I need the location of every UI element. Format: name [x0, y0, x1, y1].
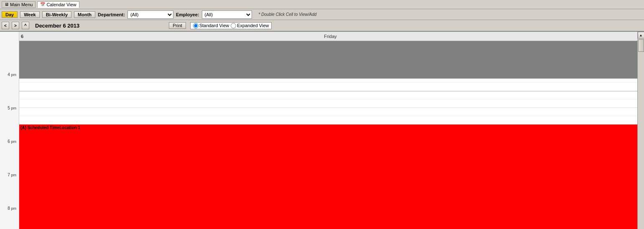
calendar-icon: 📅	[40, 2, 45, 7]
main-grid: 6 Friday	[19, 32, 637, 229]
time-label-5pm: 5 pm	[8, 106, 16, 110]
event-block-gray[interactable]	[19, 41, 637, 79]
biweekly-button[interactable]: Bi-Weekly	[42, 11, 71, 18]
slot-530pm-b[interactable]	[19, 116, 637, 125]
slot-5pm-a[interactable]	[19, 91, 637, 99]
calendar-view-label: Calendar View	[46, 2, 76, 7]
day-header: 6 Friday	[19, 32, 637, 41]
up-button[interactable]: ^	[22, 22, 29, 29]
scroll-up-button[interactable]: ▲	[638, 32, 644, 38]
employee-select[interactable]: (All)	[202, 10, 252, 19]
time-label-8pm: 8 pm	[8, 206, 16, 211]
main-menu-label: Main Menu	[10, 2, 33, 7]
title-bar: 🖥 Main Menu 📅 Calendar View	[0, 0, 644, 9]
department-dropdown-wrap: (All)	[127, 10, 173, 19]
expanded-view-label[interactable]: Expanded View	[231, 23, 269, 28]
department-select[interactable]: (All)	[127, 10, 173, 19]
scroll-thumb[interactable]	[638, 39, 644, 52]
time-slots-container[interactable]: (A) Scheduled TimeLocation 1	[19, 41, 637, 229]
event-block-red[interactable]: (A) Scheduled TimeLocation 1	[19, 125, 637, 229]
day-button[interactable]: Day	[2, 11, 18, 18]
event-red-text: (A) Scheduled TimeLocation 1	[19, 125, 81, 130]
slot-5pm-b[interactable]	[19, 99, 637, 108]
time-gutter: 4 pm 5 pm 6 pm 7 pm 8 pm	[0, 32, 19, 229]
main-menu-tab[interactable]: 🖥 Main Menu	[2, 1, 36, 8]
slot-530pm-a[interactable]	[19, 108, 637, 116]
week-button[interactable]: Week	[20, 11, 40, 18]
department-label: Department:	[98, 12, 125, 17]
time-label-6pm: 6 pm	[8, 139, 16, 144]
toolbar-row1: Day Week Bi-Weekly Month Department: (Al…	[0, 9, 644, 20]
next-button[interactable]: >	[12, 22, 19, 29]
prev-button[interactable]: <	[2, 22, 9, 29]
day-number: 6	[19, 34, 23, 39]
day-name: Friday	[23, 34, 637, 39]
expanded-view-text: Expanded View	[237, 23, 269, 28]
hint-text: * Double Click Cell to View/Add	[259, 12, 317, 17]
time-label-7pm: 7 pm	[8, 173, 16, 177]
main-menu-icon: 🖥	[5, 2, 9, 7]
standard-view-text: Standard View	[199, 23, 229, 28]
employee-dropdown-wrap: (All)	[202, 10, 252, 19]
month-button[interactable]: Month	[74, 11, 95, 18]
calendar-view-tab[interactable]: 📅 Calendar View	[37, 1, 79, 8]
toolbar-row2: < > ^ December 6 2013 Print Standard Vie…	[0, 20, 644, 32]
employee-label: Employee:	[176, 12, 199, 17]
expanded-view-radio[interactable]	[231, 23, 236, 28]
standard-view-label[interactable]: Standard View	[193, 23, 229, 28]
slot-430pm-b[interactable]	[19, 83, 637, 91]
view-radio-group: Standard View Expanded View	[190, 22, 272, 29]
date-title: December 6 2013	[35, 23, 79, 29]
scrollbar[interactable]: ▲	[637, 32, 644, 229]
event-gray-text	[19, 41, 22, 47]
time-label-4pm: 4 pm	[8, 72, 16, 77]
standard-view-radio[interactable]	[193, 23, 199, 28]
print-button[interactable]: Print	[169, 22, 186, 29]
calendar-area: 4 pm 5 pm 6 pm 7 pm 8 pm 6 Friday	[0, 32, 644, 229]
